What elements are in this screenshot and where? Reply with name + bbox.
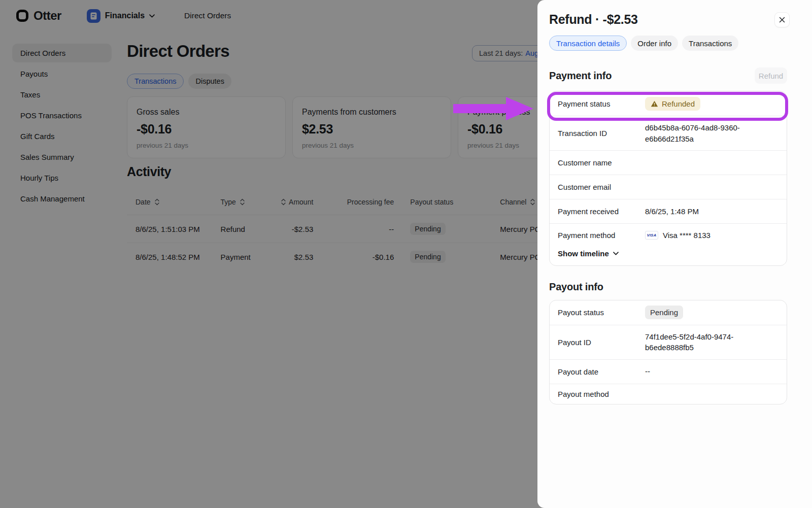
payment-status-label: Payment status — [558, 99, 645, 108]
payment-method-row: Payment method VISA Visa **** 8133 Show … — [550, 223, 787, 265]
refunded-status-text: Refunded — [662, 99, 695, 108]
payment-info-card: Payment status Refunded Transaction ID d… — [549, 91, 787, 266]
payout-id-label: Payout ID — [558, 338, 645, 347]
payout-info-title: Payout info — [549, 281, 603, 293]
transaction-id-label: Transaction ID — [558, 129, 645, 138]
payment-method-value: Visa **** 8133 — [663, 230, 710, 241]
payout-date-row: Payout date -- — [550, 359, 787, 384]
payment-info-title: Payment info — [549, 70, 612, 82]
payment-received-row: Payment received 8/6/25, 1:48 PM — [550, 199, 787, 223]
payout-id-value: 74f1dee5-5f2d-4af0-9474-b6ede8888fb5 — [645, 331, 753, 354]
payout-status-row: Payout status Pending — [550, 300, 787, 325]
payment-status-row: Payment status Refunded — [550, 91, 787, 116]
close-button[interactable] — [774, 12, 790, 27]
show-timeline-toggle[interactable]: Show timeline — [558, 249, 779, 258]
panel-tabs: Transaction details Order info Transacti… — [549, 36, 787, 51]
payout-method-label: Payout method — [558, 390, 645, 398]
close-icon — [779, 17, 785, 23]
transaction-detail-panel: Refund · -$2.53 Transaction details Orde… — [537, 0, 812, 508]
refund-button[interactable]: Refund — [755, 67, 787, 84]
pending-status-badge: Pending — [645, 306, 683, 319]
customer-name-row: Customer name — [550, 150, 787, 175]
customer-email-row: Customer email — [550, 175, 787, 199]
customer-email-label: Customer email — [558, 183, 645, 191]
chevron-down-icon — [613, 252, 619, 255]
customer-name-label: Customer name — [558, 158, 645, 167]
visa-card-icon: VISA — [645, 231, 658, 240]
show-timeline-label: Show timeline — [558, 249, 609, 258]
payout-id-row: Payout ID 74f1dee5-5f2d-4af0-9474-b6ede8… — [550, 325, 787, 359]
payout-info-header: Payout info — [549, 281, 787, 293]
tab-transactions-panel[interactable]: Transactions — [682, 36, 738, 51]
refunded-status-badge: Refunded — [645, 97, 700, 111]
payout-method-row: Payout method — [550, 384, 787, 404]
tab-transaction-details[interactable]: Transaction details — [549, 36, 627, 51]
transaction-id-value: d6b45b8a-6076-4ad8-9360-e6b66d21f35a — [645, 122, 753, 145]
transaction-id-row: Transaction ID d6b45b8a-6076-4ad8-9360-e… — [550, 116, 787, 150]
payout-info-card: Payout status Pending Payout ID 74f1dee5… — [549, 300, 787, 404]
payment-received-label: Payment received — [558, 207, 645, 216]
payment-info-header: Payment info Refund — [549, 67, 787, 84]
payout-date-label: Payout date — [558, 367, 645, 376]
payout-status-label: Payout status — [558, 308, 645, 317]
panel-title: Refund · -$2.53 — [549, 12, 787, 27]
payout-date-value: -- — [645, 366, 650, 377]
payment-method-label: Payment method — [558, 231, 645, 240]
payment-received-value: 8/6/25, 1:48 PM — [645, 206, 699, 217]
warning-icon — [651, 100, 658, 107]
tab-order-info[interactable]: Order info — [631, 36, 678, 51]
